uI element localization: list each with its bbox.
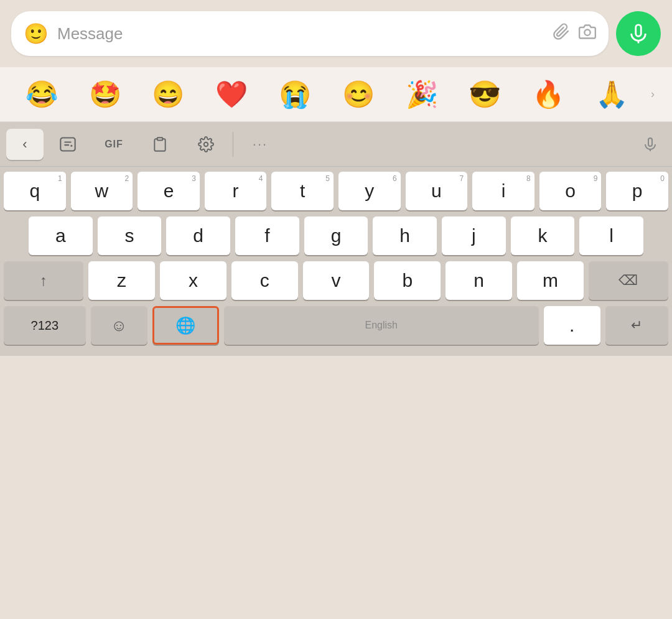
toolbar-more-button[interactable]: ···: [238, 129, 282, 160]
emoji-suggest-party[interactable]: 🎉: [390, 81, 454, 108]
key-b[interactable]: b: [374, 261, 441, 300]
camera-icon[interactable]: [579, 23, 596, 45]
key-h[interactable]: h: [373, 216, 437, 255]
keyboard-row-1: 1q 2w 3e 4r 5t 6y 7u 8i 9o 0p: [4, 172, 668, 210]
emoji-face-icon: ☺: [111, 316, 128, 335]
key-e[interactable]: 3e: [138, 172, 200, 210]
shift-icon: ↑: [40, 272, 47, 289]
enter-key[interactable]: ↵: [605, 306, 668, 345]
emoji-suggestion-bar: 😂 🤩 😄 ❤️ 😭 😊 🎉 😎 🔥 🙏 ›: [0, 67, 672, 122]
toolbar-mic-button[interactable]: [635, 129, 666, 160]
emoji-button[interactable]: 🙂: [24, 24, 49, 44]
key-v[interactable]: v: [303, 261, 370, 300]
key-u[interactable]: 7u: [406, 172, 468, 210]
svg-point-0: [584, 29, 590, 35]
emoji-more-arrow[interactable]: ›: [643, 88, 662, 101]
emoji-suggest-kissing-wink[interactable]: 🤩: [73, 81, 137, 108]
backspace-key[interactable]: ⌫: [589, 261, 668, 300]
keyboard-toolbar: ‹ GIF ···: [0, 122, 672, 167]
key-a[interactable]: a: [29, 216, 93, 255]
key-l[interactable]: l: [579, 216, 643, 255]
key-z[interactable]: z: [88, 261, 155, 300]
key-g[interactable]: g: [304, 216, 368, 255]
toolbar-gif-button[interactable]: GIF: [92, 129, 136, 160]
keyboard: 1q 2w 3e 4r 5t 6y 7u 8i 9o 0p a s d f g …: [0, 167, 672, 356]
more-dots-icon: ···: [253, 136, 268, 152]
emoji-suggest-grinning[interactable]: 😄: [137, 81, 200, 108]
keyboard-row-2: a s d f g h j k l: [4, 216, 668, 255]
key-n[interactable]: n: [446, 261, 512, 300]
key-r[interactable]: 4r: [205, 172, 267, 210]
emoji-suggest-laughing[interactable]: 😂: [10, 81, 73, 108]
space-label: English: [365, 320, 398, 331]
key-s[interactable]: s: [98, 216, 162, 255]
key-q[interactable]: 1q: [4, 172, 66, 210]
num-label: ?123: [31, 319, 59, 333]
paperclip-icon[interactable]: [553, 23, 570, 45]
key-p[interactable]: 0p: [606, 172, 668, 210]
globe-icon: 🌐: [175, 316, 195, 335]
toolbar-sticker-button[interactable]: [46, 129, 90, 160]
toolbar-back-button[interactable]: ‹: [6, 129, 44, 160]
key-k[interactable]: k: [511, 216, 575, 255]
voice-message-button[interactable]: [616, 11, 661, 56]
keyboard-row-3: ↑ z x c v b n m ⌫: [4, 261, 668, 300]
emoji-suggest-crying[interactable]: 😭: [263, 81, 327, 108]
emoji-suggest-smiling[interactable]: 😊: [327, 81, 390, 108]
key-y[interactable]: 6y: [338, 172, 401, 210]
toolbar-settings-button[interactable]: [184, 129, 228, 160]
back-icon: ‹: [22, 136, 27, 152]
key-d[interactable]: d: [166, 216, 230, 255]
svg-point-2: [71, 145, 72, 146]
emoji-suggest-heart[interactable]: ❤️: [200, 81, 263, 108]
key-m[interactable]: m: [517, 261, 584, 300]
language-globe-key[interactable]: 🌐: [152, 306, 219, 345]
key-x[interactable]: x: [160, 261, 226, 300]
key-w[interactable]: 2w: [71, 172, 133, 210]
message-input-container: 🙂 Message: [11, 11, 609, 56]
emoji-suggest-fire[interactable]: 🔥: [516, 81, 580, 108]
num-key[interactable]: ?123: [4, 306, 86, 345]
key-c[interactable]: c: [231, 261, 298, 300]
svg-rect-3: [157, 137, 163, 140]
enter-icon: ↵: [631, 317, 642, 333]
emoji-key[interactable]: ☺: [91, 306, 147, 345]
keyboard-row-4: ?123 ☺ 🌐 English . ↵: [4, 306, 668, 345]
svg-point-4: [204, 142, 208, 146]
shift-key[interactable]: ↑: [4, 261, 83, 300]
key-j[interactable]: j: [442, 216, 506, 255]
key-i[interactable]: 8i: [472, 172, 534, 210]
toolbar-clipboard-button[interactable]: [138, 129, 182, 160]
svg-rect-1: [60, 137, 75, 151]
message-placeholder: Message: [57, 24, 553, 44]
backspace-icon: ⌫: [618, 272, 638, 289]
message-bar: 🙂 Message: [11, 11, 661, 56]
emoji-suggest-sunglasses[interactable]: 😎: [454, 81, 517, 108]
key-o[interactable]: 9o: [539, 172, 602, 210]
emoji-suggest-pray[interactable]: 🙏: [580, 81, 643, 108]
space-key[interactable]: English: [224, 306, 539, 345]
period-key[interactable]: .: [544, 306, 600, 345]
key-t[interactable]: 5t: [271, 172, 334, 210]
period-label: .: [569, 315, 574, 336]
gif-label: GIF: [105, 139, 123, 150]
toolbar-divider: [233, 132, 233, 157]
key-f[interactable]: f: [235, 216, 299, 255]
